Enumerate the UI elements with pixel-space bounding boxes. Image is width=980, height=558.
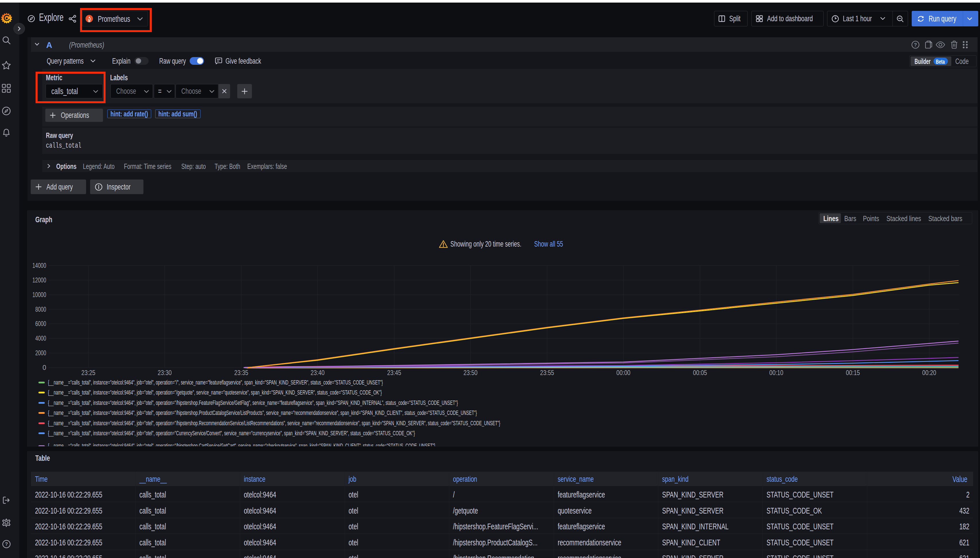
svg-text:23:25: 23:25 (82, 369, 95, 376)
svg-text:00:00: 00:00 (617, 369, 631, 376)
svg-text:4000: 4000 (35, 335, 46, 342)
svg-text:6000: 6000 (35, 320, 46, 327)
svg-text:23:30: 23:30 (158, 369, 172, 376)
svg-text:23:55: 23:55 (540, 369, 554, 376)
svg-text:23:45: 23:45 (387, 369, 401, 376)
svg-text:23:50: 23:50 (464, 369, 478, 376)
svg-text:23:40: 23:40 (311, 369, 325, 376)
svg-text:10000: 10000 (33, 291, 46, 299)
svg-text:00:20: 00:20 (922, 369, 936, 376)
svg-text:2000: 2000 (35, 349, 46, 357)
svg-text:00:05: 00:05 (693, 369, 707, 376)
svg-text:8000: 8000 (35, 306, 46, 313)
svg-text:00:15: 00:15 (846, 369, 860, 376)
svg-text:?: ? (5, 542, 8, 547)
svg-text:00:10: 00:10 (770, 369, 783, 376)
svg-text:0: 0 (43, 364, 46, 371)
svg-text:?: ? (914, 42, 917, 48)
svg-text:23:35: 23:35 (234, 369, 248, 376)
svg-text:14000: 14000 (33, 262, 46, 269)
svg-text:12000: 12000 (33, 276, 46, 284)
